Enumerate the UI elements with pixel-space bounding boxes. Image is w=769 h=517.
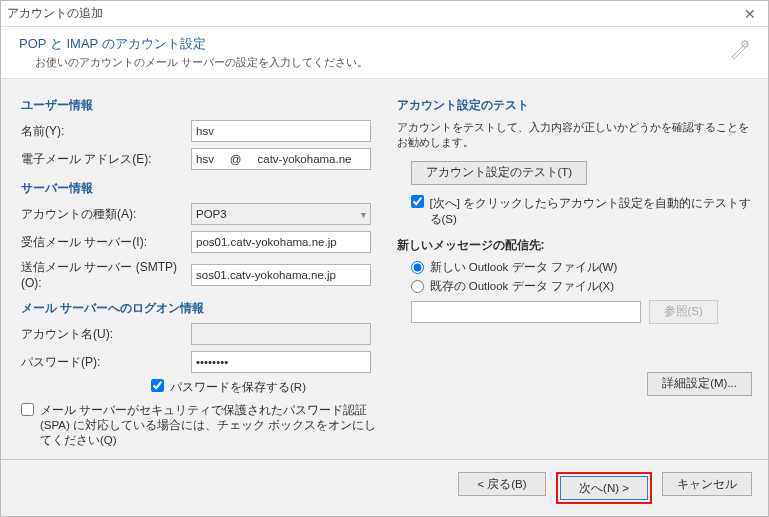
new-pst-radio[interactable] <box>411 261 424 274</box>
right-column: アカウント設定のテスト アカウントをテストして、入力内容が正しいかどうかを確認す… <box>397 97 753 459</box>
server-info-heading: サーバー情報 <box>21 180 377 197</box>
name-label: 名前(Y): <box>21 123 191 140</box>
spa-label: メール サーバーがセキュリティで保護されたパスワード認証 (SPA) に対応して… <box>40 403 377 448</box>
test-heading: アカウント設定のテスト <box>397 97 753 114</box>
existing-pst-radio[interactable] <box>411 280 424 293</box>
auto-test-checkbox[interactable] <box>411 195 424 208</box>
auto-test-label: [次へ] をクリックしたらアカウント設定を自動的にテストする(S) <box>430 195 753 227</box>
password-input[interactable] <box>191 351 371 373</box>
test-desc: アカウントをテストして、入力内容が正しいかどうかを確認することをお勧めします。 <box>397 120 753 151</box>
outgoing-server-label: 送信メール サーバー (SMTP)(O): <box>21 259 191 290</box>
account-type-value: POP3 <box>196 208 227 220</box>
pst-path-input[interactable] <box>411 301 641 323</box>
cancel-button[interactable]: キャンセル <box>662 472 752 496</box>
account-type-select[interactable]: POP3 ▾ <box>191 203 371 225</box>
email-input[interactable] <box>191 148 371 170</box>
footer: < 戻る(B) 次へ(N) > キャンセル <box>1 459 768 516</box>
content-area: ユーザー情報 名前(Y): 電子メール アドレス(E): サーバー情報 アカウン… <box>1 79 768 459</box>
outgoing-server-input[interactable] <box>191 264 371 286</box>
chevron-down-icon: ▾ <box>361 209 366 220</box>
wizard-icon <box>728 37 752 64</box>
remember-password-label: パスワードを保存する(R) <box>170 379 306 395</box>
existing-pst-label: 既存の Outlook データ ファイル(X) <box>430 279 615 294</box>
logon-info-heading: メール サーバーへのログオン情報 <box>21 300 377 317</box>
next-button[interactable]: 次へ(N) > <box>560 476 648 500</box>
left-column: ユーザー情報 名前(Y): 電子メール アドレス(E): サーバー情報 アカウン… <box>21 97 377 459</box>
user-info-heading: ユーザー情報 <box>21 97 377 114</box>
name-input[interactable] <box>191 120 371 142</box>
test-account-settings-button[interactable]: アカウント設定のテスト(T) <box>411 161 588 185</box>
new-pst-label: 新しい Outlook データ ファイル(W) <box>430 260 618 275</box>
deliver-heading: 新しいメッセージの配信先: <box>397 237 753 254</box>
back-button[interactable]: < 戻る(B) <box>458 472 546 496</box>
titlebar: アカウントの追加 ✕ <box>1 1 768 27</box>
more-settings-button[interactable]: 詳細設定(M)... <box>647 372 752 396</box>
incoming-server-input[interactable] <box>191 231 371 253</box>
highlight-frame: 次へ(N) > <box>556 472 652 504</box>
close-icon[interactable]: ✕ <box>738 6 762 22</box>
account-name-input[interactable] <box>191 323 371 345</box>
incoming-server-label: 受信メール サーバー(I): <box>21 234 191 251</box>
window-title: アカウントの追加 <box>7 5 738 22</box>
remember-password-checkbox[interactable] <box>151 379 164 392</box>
header-desc: お使いのアカウントのメール サーバーの設定を入力してください。 <box>19 55 750 70</box>
account-name-label: アカウント名(U): <box>21 326 191 343</box>
account-type-label: アカウントの種類(A): <box>21 206 191 223</box>
email-label: 電子メール アドレス(E): <box>21 151 191 168</box>
browse-button: 参照(S) <box>649 300 718 324</box>
header-title: POP と IMAP のアカウント設定 <box>19 35 750 53</box>
dialog-window: アカウントの追加 ✕ POP と IMAP のアカウント設定 お使いのアカウント… <box>0 0 769 517</box>
spa-checkbox[interactable] <box>21 403 34 416</box>
header: POP と IMAP のアカウント設定 お使いのアカウントのメール サーバーの設… <box>1 27 768 79</box>
password-label: パスワード(P): <box>21 354 191 371</box>
